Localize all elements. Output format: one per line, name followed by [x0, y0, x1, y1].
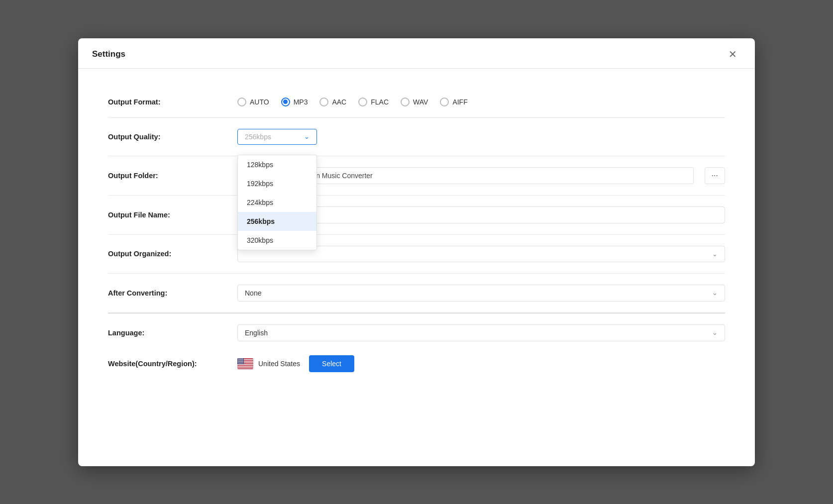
close-button[interactable]: ✕	[725, 47, 741, 61]
radio-circle-wav	[401, 98, 410, 106]
svg-point-40	[241, 361, 241, 361]
svg-point-29	[238, 360, 239, 361]
dialog-body: Output Format: AUTO MP3 AA	[78, 69, 755, 401]
output-organized-row: Output Organized: ⌄	[108, 235, 725, 274]
quality-option-128[interactable]: 128kbps	[238, 155, 316, 174]
format-flac[interactable]: FLAC	[358, 98, 389, 106]
svg-point-34	[242, 360, 243, 361]
format-auto[interactable]: AUTO	[237, 98, 269, 106]
svg-point-43	[238, 362, 239, 362]
svg-point-17	[240, 359, 240, 359]
quality-option-320[interactable]: 320kbps	[238, 231, 316, 250]
svg-point-50	[238, 362, 238, 363]
quality-option-192[interactable]: 192kbps	[238, 174, 316, 193]
format-wav-label: WAV	[413, 98, 428, 106]
svg-point-49	[243, 362, 243, 362]
svg-point-21	[243, 359, 243, 359]
output-organized-chevron-icon: ⌄	[712, 250, 718, 258]
radio-circle-mp3	[281, 98, 290, 106]
format-aac[interactable]: AAC	[319, 98, 346, 106]
output-format-content: AUTO MP3 AAC FLAC	[237, 98, 725, 106]
svg-point-35	[243, 360, 243, 361]
dialog-header: Settings ✕	[78, 38, 755, 69]
format-aac-label: AAC	[332, 98, 346, 106]
svg-point-46	[240, 362, 241, 362]
folder-browse-button[interactable]: ···	[705, 167, 725, 184]
svg-point-39	[240, 361, 241, 361]
svg-point-58	[239, 363, 239, 363]
format-aiff[interactable]: AIFF	[440, 98, 467, 106]
svg-point-18	[240, 359, 241, 359]
after-converting-label: After Converting:	[108, 289, 237, 297]
svg-point-28	[242, 360, 243, 360]
quality-chevron-icon: ⌄	[304, 133, 310, 140]
output-quality-row: Output Quality: 256kbps ⌄ 128kbps 192kbp…	[108, 118, 725, 156]
radio-circle-aac	[319, 98, 328, 106]
svg-point-52	[239, 362, 240, 363]
svg-point-42	[242, 361, 243, 361]
svg-point-32	[240, 360, 241, 361]
language-dropdown[interactable]: English ⌄	[237, 324, 725, 341]
language-content: English ⌄	[237, 324, 725, 341]
dialog-title: Settings	[92, 49, 125, 59]
quality-dropdown-trigger[interactable]: 256kbps ⌄	[237, 129, 317, 145]
svg-rect-6	[237, 367, 253, 368]
svg-point-53	[240, 362, 241, 363]
after-converting-dropdown[interactable]: None ⌄	[237, 285, 725, 302]
website-label: Website(Country/Region):	[108, 360, 237, 368]
svg-point-15	[238, 359, 239, 359]
svg-point-45	[240, 362, 240, 362]
svg-point-41	[242, 361, 242, 361]
output-format-row: Output Format: AUTO MP3 AA	[108, 87, 725, 118]
svg-point-31	[240, 360, 240, 361]
after-converting-content: None ⌄	[237, 285, 725, 302]
svg-point-57	[238, 363, 239, 363]
svg-point-13	[242, 358, 242, 359]
svg-point-10	[239, 358, 240, 359]
svg-point-8	[238, 358, 238, 359]
quality-selected-value: 256kbps	[245, 133, 271, 141]
svg-point-63	[243, 363, 243, 363]
svg-point-59	[240, 363, 240, 363]
language-value: English	[245, 329, 268, 337]
svg-point-19	[241, 359, 242, 359]
after-converting-value: None	[245, 289, 261, 297]
svg-point-25	[240, 360, 241, 360]
country-select-button[interactable]: Select	[309, 355, 354, 372]
after-converting-row: After Converting: None ⌄	[108, 274, 725, 313]
us-flag-icon	[237, 358, 253, 369]
format-mp3[interactable]: MP3	[281, 98, 308, 106]
website-row: Website(Country/Region):	[108, 350, 725, 383]
svg-point-22	[238, 360, 238, 360]
format-aiff-label: AIFF	[452, 98, 467, 106]
output-folder-row: Output Folder: ments\Ukeysoft Amazon Mus…	[108, 156, 725, 196]
svg-point-60	[240, 363, 241, 363]
output-filename-label: Output File Name:	[108, 211, 237, 219]
svg-point-51	[238, 362, 239, 363]
output-organized-label: Output Organized:	[108, 250, 237, 258]
format-mp3-label: MP3	[294, 98, 308, 106]
svg-point-26	[241, 360, 241, 360]
svg-point-33	[241, 360, 242, 361]
radio-circle-auto	[237, 98, 246, 106]
svg-point-61	[241, 363, 242, 363]
format-wav[interactable]: WAV	[401, 98, 428, 106]
svg-point-38	[239, 361, 240, 361]
after-converting-chevron-icon: ⌄	[712, 289, 718, 297]
output-quality-content: 256kbps ⌄ 128kbps 192kbps 224kbps 256kbp…	[237, 129, 725, 145]
quality-dropdown-wrapper: 256kbps ⌄ 128kbps 192kbps 224kbps 256kbp…	[237, 129, 317, 145]
svg-point-12	[241, 358, 241, 359]
svg-point-14	[242, 358, 243, 359]
svg-point-48	[242, 362, 243, 362]
svg-point-20	[242, 359, 243, 359]
svg-point-47	[241, 362, 242, 362]
svg-point-44	[239, 362, 239, 362]
svg-point-27	[242, 360, 242, 360]
language-row: Language: English ⌄	[108, 313, 725, 350]
country-display: United States	[237, 358, 300, 369]
svg-point-9	[238, 358, 239, 359]
quality-option-224[interactable]: 224kbps	[238, 193, 316, 212]
output-quality-label: Output Quality:	[108, 129, 237, 141]
quality-option-256[interactable]: 256kbps	[238, 212, 316, 231]
language-chevron-icon: ⌄	[712, 329, 718, 336]
